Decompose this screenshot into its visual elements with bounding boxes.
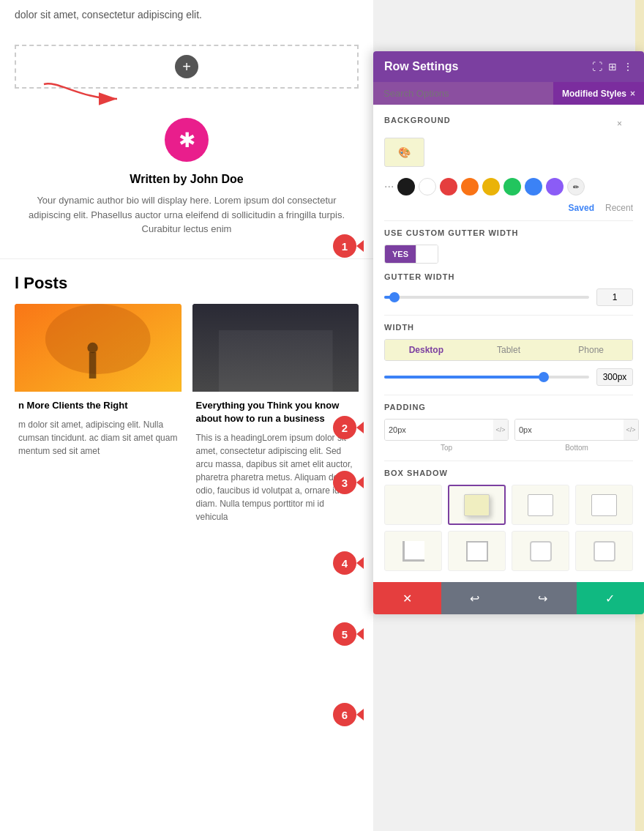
author-avatar: ✱ xyxy=(165,118,209,162)
color-custom-pencil[interactable]: ✏ xyxy=(567,178,585,195)
toggle-no-option[interactable] xyxy=(416,245,438,263)
padding-label: Padding xyxy=(384,403,633,411)
box-shadow-grid xyxy=(384,485,633,571)
svg-rect-3 xyxy=(89,351,97,378)
shadow-option-3[interactable] xyxy=(575,485,633,525)
width-slider-row: 300px xyxy=(384,368,633,386)
color-swatch-black[interactable] xyxy=(397,178,415,195)
color-swatch-blue[interactable] xyxy=(525,178,542,195)
saved-recent-row: Saved Recent xyxy=(384,203,633,213)
padding-top-input[interactable] xyxy=(385,420,493,440)
shadow-box-3 xyxy=(591,494,617,516)
shadow-box-2 xyxy=(528,494,553,516)
post-card-title-2: Everything you Think you know about how … xyxy=(196,399,356,425)
shadow-option-1[interactable] xyxy=(448,485,506,525)
redo-button[interactable]: ↪ xyxy=(509,582,577,614)
slider-row: 1 xyxy=(384,288,633,306)
gutter-width-value[interactable]: 1 xyxy=(596,288,633,306)
panel-expand-icon[interactable]: ⛶ xyxy=(592,61,602,72)
color-swatch-orange[interactable] xyxy=(461,178,479,195)
shadow-none-option[interactable] xyxy=(384,485,442,525)
slider-thumb[interactable] xyxy=(389,292,400,302)
padding-bottom-group: </> xyxy=(514,419,639,441)
gutter-slider-track[interactable] xyxy=(384,296,589,299)
author-bio: Your dynamic author bio will display her… xyxy=(15,193,359,236)
badge-5: 5 xyxy=(333,622,356,646)
color-swatch-green[interactable] xyxy=(503,178,521,195)
tab-phone[interactable]: Phone xyxy=(550,340,632,360)
paint-bucket-icon: 🎨 xyxy=(398,146,411,158)
cancel-icon: ✕ xyxy=(402,592,412,605)
modified-styles-label: Modified Styles xyxy=(562,89,626,99)
panel-more-icon[interactable]: ⋮ xyxy=(623,61,633,72)
panel-body: Background × 🎨 ··· ✏ Saved Recent xyxy=(373,105,644,582)
padding-top-link-icon[interactable]: </> xyxy=(493,420,508,440)
yes-no-toggle[interactable]: YES xyxy=(384,245,438,264)
shadow-box-8 xyxy=(594,541,615,562)
toggle-row: YES xyxy=(384,245,633,264)
custom-gutter-label: Use Custom Gutter Width xyxy=(384,228,633,237)
width-value[interactable]: 300px xyxy=(596,368,633,386)
panel-title: Row Settings xyxy=(384,60,458,73)
shadow-option-4[interactable] xyxy=(384,531,442,571)
divider-2 xyxy=(384,315,633,316)
modified-styles-tab[interactable]: Modified Styles × xyxy=(553,82,644,105)
saved-tab[interactable]: Saved xyxy=(569,203,594,213)
padding-bottom-input[interactable] xyxy=(515,420,624,440)
save-button[interactable]: ✓ xyxy=(577,582,645,614)
shadow-box-7 xyxy=(530,541,552,562)
color-swatch-red[interactable] xyxy=(440,178,457,195)
padding-bottom-label: Bottom xyxy=(514,444,639,452)
post-card-text-1: m dolor sit amet, adipiscing elit. Nulla… xyxy=(18,418,178,458)
svg-point-2 xyxy=(45,304,151,374)
search-options-input[interactable] xyxy=(373,82,553,105)
background-color-picker[interactable]: 🎨 xyxy=(384,138,424,167)
undo-button[interactable]: ↩ xyxy=(441,582,509,614)
tab-tablet[interactable]: Tablet xyxy=(468,340,550,360)
width-slider-fill xyxy=(384,376,544,379)
post-card-body-2: Everything you Think you know about how … xyxy=(192,392,359,531)
padding-top-label: Top xyxy=(384,444,509,452)
box-shadow-section: Box Shadow xyxy=(384,469,633,571)
settings-panel: Row Settings ⛶ ⊞ ⋮ Modified Styles × Bac… xyxy=(373,51,644,614)
recent-tab[interactable]: Recent xyxy=(605,203,633,213)
gutter-width-section: Use Custom Gutter Width YES xyxy=(384,228,633,264)
shadow-option-6[interactable] xyxy=(512,531,569,571)
post-card-body-1: n More Clients the Right m dolor sit ame… xyxy=(15,392,181,465)
divider-4 xyxy=(384,461,633,461)
badge-1: 1 xyxy=(333,234,356,258)
color-swatch-yellow[interactable] xyxy=(482,178,500,195)
red-arrow-indicator xyxy=(37,77,124,109)
shadow-option-7[interactable] xyxy=(575,531,633,571)
panel-grid-icon[interactable]: ⊞ xyxy=(608,61,617,72)
more-colors-icon[interactable]: ··· xyxy=(384,180,394,193)
save-icon: ✓ xyxy=(605,592,615,605)
modified-styles-close[interactable]: × xyxy=(630,89,635,99)
padding-top-group: </> xyxy=(384,419,509,441)
width-slider-thumb[interactable] xyxy=(539,372,549,382)
width-slider-track[interactable] xyxy=(384,376,589,379)
padding-bottom-link-icon[interactable]: </> xyxy=(624,420,638,440)
padding-section: Padding </> Top </> Bottom xyxy=(384,403,633,452)
post-card-1: n More Clients the Right m dolor sit ame… xyxy=(15,304,181,531)
toggle-yes-option[interactable]: YES xyxy=(385,245,416,263)
shadow-option-5[interactable] xyxy=(448,531,506,571)
color-swatch-white[interactable] xyxy=(419,178,436,195)
posts-title: l Posts xyxy=(15,274,359,293)
badge-4: 4 xyxy=(333,551,356,575)
badge-3: 3 xyxy=(333,471,356,494)
shadow-option-2[interactable] xyxy=(512,485,569,525)
padding-top-cell: </> Top xyxy=(384,419,509,452)
svg-rect-7 xyxy=(192,304,359,392)
tab-desktop[interactable]: Desktop xyxy=(385,340,468,360)
background-close-icon[interactable]: × xyxy=(617,119,622,129)
background-label: Background xyxy=(384,116,451,124)
panel-search-bar: Modified Styles × xyxy=(373,82,644,105)
color-swatch-purple[interactable] xyxy=(546,178,564,195)
badge-2: 2 xyxy=(333,416,356,439)
post-card-title-1: n More Clients the Right xyxy=(18,399,178,412)
add-module-button[interactable]: + xyxy=(175,55,198,78)
cancel-button[interactable]: ✕ xyxy=(373,582,441,614)
post-image-2 xyxy=(192,304,359,392)
posts-grid: n More Clients the Right m dolor sit ame… xyxy=(15,304,359,531)
